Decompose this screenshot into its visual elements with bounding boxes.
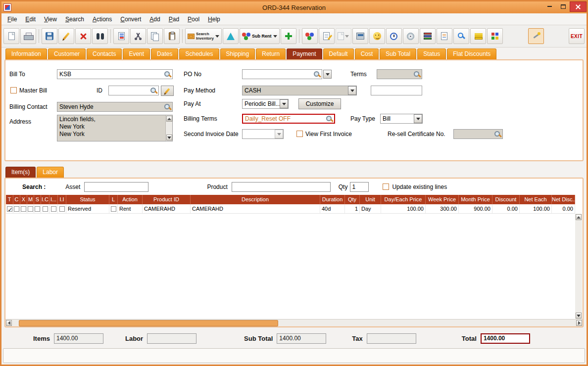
col-header[interactable]: X [20, 195, 27, 204]
minimize-button[interactable] [543, 1, 556, 11]
schedule-button[interactable] [386, 28, 402, 44]
col-header[interactable]: Unit [360, 195, 381, 204]
tab-cost[interactable]: Cost [355, 48, 379, 59]
tab-labor[interactable]: Labor [37, 167, 64, 178]
row-checkbox-ii[interactable] [59, 206, 65, 212]
catalog-button[interactable] [420, 28, 436, 44]
fax-button[interactable] [352, 28, 368, 44]
tab-dates[interactable]: Dates [151, 48, 178, 59]
pay-method-dropdown[interactable] [348, 86, 356, 95]
master-bill-checkbox[interactable] [10, 87, 17, 93]
paste-button[interactable] [164, 28, 180, 44]
search-icon[interactable] [150, 87, 157, 94]
row-checkbox-x[interactable] [21, 206, 26, 212]
col-header[interactable]: S [34, 195, 41, 204]
update-existing-lines-checkbox[interactable] [383, 183, 389, 190]
address-box[interactable]: Lincoln fields, New York New York [57, 115, 173, 141]
address-scrollbar[interactable] [165, 115, 172, 141]
edit-button[interactable] [58, 28, 74, 44]
billing-contact-field[interactable]: Steven Hyde [57, 102, 173, 112]
row-checkbox-ic[interactable] [43, 206, 48, 212]
view-first-invoice-checkbox[interactable] [296, 131, 303, 137]
col-header[interactable]: C [13, 195, 20, 204]
menu-item-actions[interactable]: Actions [93, 16, 112, 23]
menu-item-file[interactable]: File [7, 16, 17, 23]
export-button[interactable] [113, 28, 129, 44]
vertical-scrollbar[interactable] [575, 214, 582, 319]
id-field[interactable] [108, 86, 159, 95]
col-header[interactable]: Week Price [426, 195, 459, 204]
billing-terms-field[interactable]: Daily_Reset OFF [242, 114, 335, 124]
scroll-down-button[interactable] [576, 313, 582, 319]
tab-default[interactable]: Default [323, 48, 354, 59]
customize-button[interactable]: Customize [298, 98, 341, 109]
col-header[interactable]: Description [191, 195, 320, 204]
row-checkbox-t[interactable] [7, 206, 12, 212]
col-header[interactable]: Discount [492, 195, 520, 204]
menu-item-edit[interactable]: Edit [25, 16, 36, 23]
bill-to-field[interactable]: KSB [57, 69, 173, 79]
row-checkbox-s[interactable] [35, 206, 40, 212]
payments-button[interactable] [470, 28, 486, 44]
col-header[interactable]: Action [118, 195, 143, 204]
menu-item-pad[interactable]: Pad [169, 16, 179, 23]
menu-item-help[interactable]: Help [208, 16, 220, 23]
pay-at-dropdown[interactable] [280, 99, 288, 108]
col-header[interactable]: Product ID [143, 195, 191, 204]
pay-type-dropdown[interactable] [414, 114, 422, 123]
asset-input[interactable] [84, 182, 148, 192]
po-no-field[interactable] [242, 69, 322, 79]
col-header[interactable]: Net Each [520, 195, 552, 204]
scroll-up-button[interactable] [166, 116, 172, 122]
sub-rent-button[interactable]: Sub Rent [240, 28, 280, 44]
pay-method-extra-field[interactable] [371, 86, 422, 95]
form-button[interactable] [437, 28, 452, 44]
col-header[interactable]: L [109, 195, 118, 204]
row-checkbox-l[interactable] [111, 206, 116, 212]
copy-button[interactable] [147, 28, 163, 44]
menu-item-search[interactable]: Search [65, 16, 84, 23]
col-header[interactable]: Net Disc... [552, 195, 575, 204]
col-header[interactable]: T [6, 195, 13, 204]
search-icon[interactable] [313, 71, 321, 78]
qty-input[interactable] [350, 182, 369, 192]
row-checkbox-m[interactable] [28, 206, 33, 212]
chevron-down-icon[interactable] [273, 35, 277, 38]
modules-button[interactable] [487, 28, 503, 44]
row-checkbox-i2[interactable] [51, 206, 56, 212]
col-header[interactable]: M [27, 195, 34, 204]
po-no-dropdown[interactable] [323, 70, 332, 79]
pool-button[interactable] [302, 28, 318, 44]
menu-item-view[interactable]: View [44, 16, 57, 23]
pay-type-combo[interactable]: Bill [380, 114, 423, 124]
new-button[interactable] [3, 28, 19, 44]
product-input[interactable] [232, 182, 331, 192]
tab-contacts[interactable]: Contacts [87, 48, 122, 59]
delete-button[interactable] [75, 28, 91, 44]
customer-smiley-button[interactable] [369, 28, 385, 44]
disk-button[interactable] [403, 28, 419, 44]
table-row[interactable]: Reserved Rent CAMERAHD CAMERAHD 40d 1 Da… [6, 204, 575, 214]
close-button[interactable] [570, 1, 587, 12]
find-button[interactable] [92, 28, 108, 44]
maximize-button[interactable] [556, 1, 570, 11]
second-invoice-date-combo[interactable] [242, 129, 284, 139]
search-icon[interactable] [164, 103, 171, 111]
tab-information[interactable]: Information [5, 48, 47, 59]
scroll-right-button[interactable] [576, 320, 582, 326]
tools-wand-button[interactable] [528, 28, 544, 44]
tab-return[interactable]: Return [256, 48, 286, 59]
pay-method-combo[interactable]: CASH [242, 86, 357, 95]
tab-flat-discounts[interactable]: Flat Discounts [447, 48, 496, 59]
menu-item-convert[interactable]: Convert [120, 16, 141, 23]
tab-customer[interactable]: Customer [48, 48, 86, 59]
tab-payment[interactable]: Payment [287, 48, 322, 59]
col-header[interactable]: Month Price [459, 195, 492, 204]
row-checkbox-c[interactable] [14, 206, 19, 212]
id-edit-button[interactable] [161, 86, 174, 96]
cut-button[interactable] [130, 28, 146, 44]
scroll-up-button[interactable] [576, 214, 582, 220]
pay-at-combo[interactable]: Periodic Bill... [242, 99, 289, 109]
tab-sub-total[interactable]: Sub Total [380, 48, 416, 59]
col-header[interactable]: Status [66, 195, 109, 204]
